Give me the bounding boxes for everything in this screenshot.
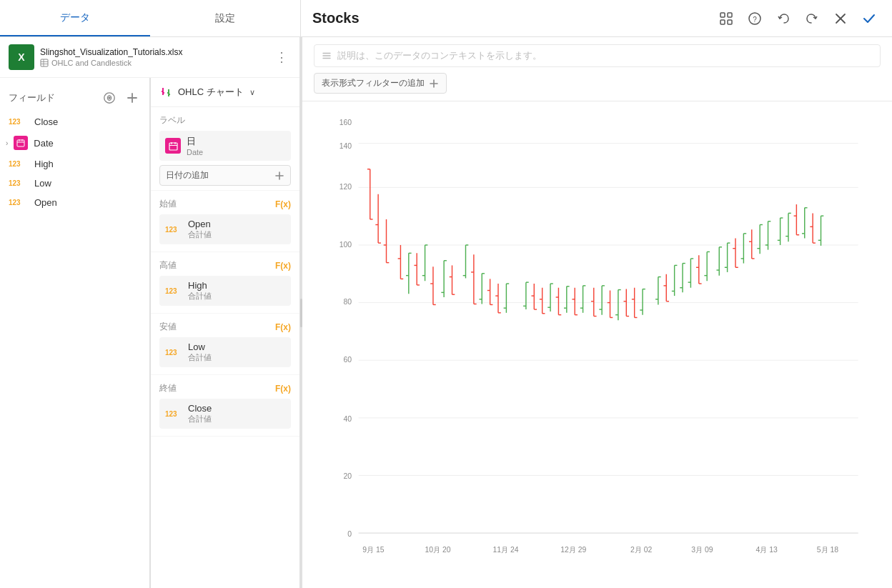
x-label-may18: 5月 18: [817, 546, 838, 554]
y-label-100: 100: [340, 241, 352, 249]
main-content: X Slingshot_Visualization_Tutorials.xlsx…: [0, 37, 892, 588]
svg-rect-16: [17, 140, 24, 146]
field-type-open: 123: [9, 199, 29, 206]
file-more-button[interactable]: ⋮: [272, 46, 291, 68]
check-icon: [863, 14, 876, 24]
field-name-low: Low: [34, 178, 51, 189]
high-fx-button[interactable]: F(x): [275, 261, 291, 271]
field-expand-date: ›: [6, 139, 8, 147]
low-fx-button[interactable]: F(x): [275, 322, 291, 332]
description-placeholder: 説明は、このデータのコンテキストを示します。: [337, 49, 542, 62]
top-icons: ?: [715, 7, 892, 30]
open-section-title: 始値: [159, 198, 275, 210]
date-pill-info: 日 Date: [187, 135, 203, 156]
right-panel: 説明は、このデータのコンテキストを示します。 表示形式フィルターの追加 0 20…: [302, 37, 892, 588]
add-date-label: 日付の追加: [166, 169, 209, 181]
close-fx-button[interactable]: F(x): [275, 384, 291, 394]
svg-text:?: ?: [753, 15, 757, 23]
chart-title-input[interactable]: [312, 10, 455, 26]
y-label-140: 140: [340, 142, 352, 150]
config-label-header: ラベル: [159, 114, 291, 126]
grid-icon: [720, 12, 733, 25]
field-name-high: High: [34, 159, 54, 169]
tab-settings[interactable]: 設定: [150, 0, 300, 36]
svg-rect-26: [169, 143, 177, 150]
field-name-close: Close: [34, 116, 58, 127]
open-label: Open: [188, 219, 212, 229]
high-label: High: [188, 280, 212, 291]
x-label-apr13: 4月 13: [755, 546, 777, 554]
ohlc-chart-svg: 0 20 40 60 80 100 120 140 160 9月 15: [317, 113, 878, 574]
y-label-0: 0: [347, 530, 352, 538]
fields-header: フィールド: [0, 86, 149, 112]
field-item-low[interactable]: 123 Low: [0, 174, 149, 193]
ai-button[interactable]: [101, 89, 118, 106]
y-label-160: 160: [340, 119, 352, 126]
low-sublabel: 合計値: [188, 352, 212, 363]
ai-icon: [103, 91, 116, 104]
svg-rect-2: [720, 20, 725, 24]
add-icon: [127, 92, 138, 104]
add-field-button[interactable]: [124, 89, 141, 106]
open-field-pill[interactable]: 123 Open 合計値: [159, 214, 291, 244]
field-item-open[interactable]: 123 Open: [0, 193, 149, 212]
add-filter-button[interactable]: 表示形式フィルターの追加: [314, 73, 447, 94]
config-close-header: 終値 F(x): [159, 382, 291, 394]
low-section-title: 安値: [159, 321, 275, 333]
field-item-close[interactable]: 123 Close: [0, 112, 149, 131]
file-info: X Slingshot_Visualization_Tutorials.xlsx…: [0, 37, 299, 78]
x-label-mar09: 3月 09: [691, 546, 713, 554]
add-date-button[interactable]: 日付の追加: [159, 165, 291, 186]
config-low-section: 安値 F(x) 123 Low 合計値: [151, 314, 299, 375]
svg-rect-3: [728, 20, 732, 24]
field-name-open: Open: [34, 197, 57, 208]
title-area: [301, 10, 715, 26]
chart-config-section: OHLC チャート ∨ ラベル: [151, 78, 299, 588]
config-label-section: ラベル 日 Date: [151, 107, 299, 191]
x-label-dec29: 12月 29: [560, 546, 586, 554]
config-high-section: 高値 F(x) 123 High 合計値: [151, 252, 299, 314]
field-item-date[interactable]: › Date: [0, 131, 149, 154]
file-details: Slingshot_Visualization_Tutorials.xlsx O…: [40, 47, 267, 67]
date-pill[interactable]: 日 Date: [159, 131, 291, 161]
field-type-high: 123: [9, 160, 29, 168]
table-icon: [40, 59, 49, 67]
grid-view-button[interactable]: [715, 7, 738, 30]
close-sublabel: 合計値: [188, 414, 212, 424]
high-field-info: High 合計値: [188, 280, 212, 302]
config-close-section: 終値 F(x) 123 Close 合計値: [151, 375, 299, 437]
low-label: Low: [188, 342, 212, 352]
low-badge: 123: [165, 349, 182, 357]
redo-button[interactable]: [801, 7, 823, 30]
close-field-pill[interactable]: 123 Close 合計値: [159, 399, 291, 429]
config-open-header: 始値 F(x): [159, 198, 291, 210]
y-label-40: 40: [344, 415, 352, 423]
svg-rect-1: [728, 13, 732, 17]
svg-rect-0: [720, 13, 725, 17]
fields-label: フィールド: [9, 91, 95, 104]
undo-button[interactable]: [772, 7, 795, 30]
low-field-pill[interactable]: 123 Low 合計値: [159, 337, 291, 367]
close-button[interactable]: [829, 7, 852, 30]
chart-area: 0 20 40 60 80 100 120 140 160 9月 15: [302, 101, 892, 588]
high-field-pill[interactable]: 123 High 合計値: [159, 276, 291, 306]
label-section-title: ラベル: [159, 114, 291, 126]
close-section-title: 終値: [159, 382, 275, 394]
ohlc-chart-icon: [159, 85, 174, 99]
sheet-info: OHLC and Candlestick: [40, 59, 267, 67]
filter-add-bar: 表示形式フィルターの追加: [314, 73, 881, 94]
chart-type-bar[interactable]: OHLC チャート ∨: [151, 78, 299, 107]
svg-point-13: [108, 96, 111, 99]
x-label-feb02: 2月 02: [630, 546, 652, 554]
confirm-button[interactable]: [858, 7, 881, 30]
help-button[interactable]: ?: [743, 7, 766, 30]
y-label-80: 80: [344, 298, 352, 306]
open-fx-button[interactable]: F(x): [275, 199, 291, 209]
excel-icon: X: [9, 44, 34, 70]
y-label-20: 20: [344, 472, 352, 480]
high-section-title: 高値: [159, 259, 275, 271]
left-panel-inner: フィールド: [0, 78, 299, 588]
description-bar[interactable]: 説明は、このデータのコンテキストを示します。: [314, 44, 881, 67]
tab-data[interactable]: データ: [0, 0, 150, 36]
field-item-high[interactable]: 123 High: [0, 154, 149, 174]
